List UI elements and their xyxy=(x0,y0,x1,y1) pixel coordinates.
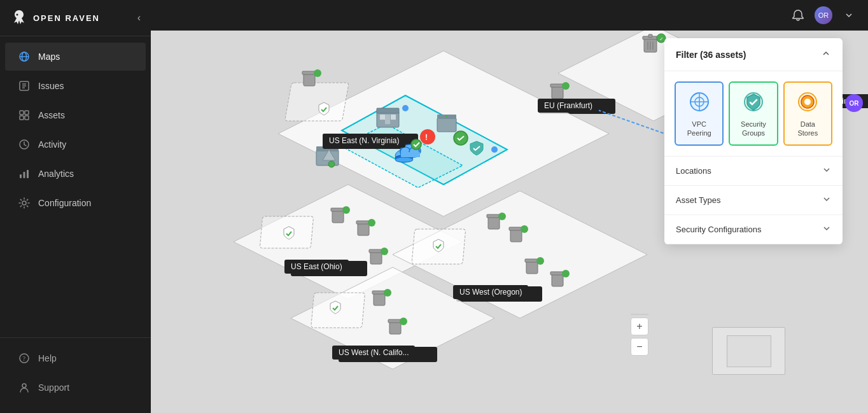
nav-bottom: ? Help Support xyxy=(0,337,151,413)
asset-types-row: VPCPeering SecurityGroups xyxy=(664,71,843,157)
svg-point-59 xyxy=(328,161,335,167)
sidebar-collapse-button[interactable]: ‹ xyxy=(137,12,141,24)
svg-point-50 xyxy=(395,157,413,162)
svg-rect-15 xyxy=(27,170,29,178)
region-label-us-west-oregon: US West (Oregon) xyxy=(453,285,528,299)
svg-rect-54 xyxy=(552,86,563,99)
activity-icon xyxy=(18,138,31,151)
filter-header: Filter (36 assets) xyxy=(664,38,843,71)
sidebar-item-analytics[interactable]: Analytics xyxy=(5,160,146,188)
region-label-us-west-california: US West (N. Califo... xyxy=(332,346,415,360)
sidebar-item-label-assets: Assets xyxy=(38,110,65,120)
support-icon xyxy=(18,381,31,394)
filter-section-security-configurations: Security Configurations xyxy=(664,215,843,244)
region-label-eu-frankfurt: EU (Frankfurt) xyxy=(538,99,599,113)
mini-map xyxy=(712,327,785,375)
svg-rect-11 xyxy=(25,116,29,120)
svg-point-61 xyxy=(491,146,498,153)
zoom-out-button[interactable]: − xyxy=(631,338,648,356)
sidebar-item-activity[interactable]: Activity xyxy=(5,130,146,158)
svg-rect-40 xyxy=(391,115,396,120)
sidebar-item-label-activity: Activity xyxy=(38,139,66,150)
svg-text:?: ? xyxy=(23,355,26,362)
user-menu-chevron-icon[interactable] xyxy=(840,6,858,24)
asset-type-label-security-groups: SecurityGroups xyxy=(741,120,766,138)
region-label-us-east-virginia: US East (N. Virginia) xyxy=(323,134,405,148)
svg-rect-10 xyxy=(20,116,24,120)
svg-point-42 xyxy=(420,129,435,144)
notification-bell-icon[interactable] xyxy=(789,6,807,24)
svg-rect-51 xyxy=(304,73,315,86)
zoom-controls: + − xyxy=(631,314,648,356)
svg-point-97 xyxy=(384,289,391,297)
svg-point-84 xyxy=(521,225,528,233)
region-label-us-east-ohio: US East (Ohio) xyxy=(284,260,349,274)
svg-rect-69 xyxy=(358,223,369,235)
svg-rect-98 xyxy=(389,321,401,334)
mini-map-viewport xyxy=(727,335,771,367)
zoom-in-button[interactable]: + xyxy=(631,318,648,335)
filter-section-title-security-configurations: Security Configurations xyxy=(676,225,761,234)
help-icon: ? xyxy=(18,352,31,365)
svg-rect-9 xyxy=(25,111,29,115)
svg-rect-38 xyxy=(377,108,399,113)
svg-rect-106 xyxy=(401,152,420,157)
filter-section-asset-types: Asset Types xyxy=(664,186,843,215)
sidebar-item-assets[interactable]: Assets xyxy=(5,101,146,129)
security-groups-icon xyxy=(741,89,766,115)
svg-point-90 xyxy=(562,270,570,277)
svg-rect-14 xyxy=(24,172,25,178)
notification-circle[interactable]: OR xyxy=(845,94,863,112)
svg-rect-85 xyxy=(526,261,538,274)
analytics-icon xyxy=(18,167,31,180)
filter-title: Filter (36 assets) xyxy=(676,50,746,60)
svg-rect-66 xyxy=(332,210,344,223)
zoom-separator xyxy=(631,314,648,315)
svg-rect-88 xyxy=(552,274,563,286)
filter-collapse-button[interactable] xyxy=(821,48,831,60)
sidebar-item-label-maps: Maps xyxy=(38,52,60,62)
asset-type-data-stores[interactable]: DataStores xyxy=(783,81,832,146)
user-avatar[interactable]: OR xyxy=(815,6,832,24)
svg-point-16 xyxy=(22,201,26,205)
map-area[interactable]: ✓ EU (Frankfurt) xyxy=(151,0,868,413)
filter-section-asset-types-header[interactable]: Asset Types xyxy=(664,186,843,214)
svg-point-46 xyxy=(445,115,448,118)
top-bar: OR xyxy=(151,0,868,31)
sidebar-item-label-support: Support xyxy=(38,382,69,393)
asset-type-vpc-peering[interactable]: VPCPeering xyxy=(675,81,724,146)
sidebar-item-configuration[interactable]: Configuration xyxy=(5,189,146,217)
sidebar-item-maps[interactable]: Maps xyxy=(5,43,146,71)
svg-text:✓: ✓ xyxy=(659,36,664,42)
security-configurations-chevron-icon xyxy=(822,224,831,235)
sidebar-item-label-help: Help xyxy=(38,353,57,363)
filter-section-security-configurations-header[interactable]: Security Configurations xyxy=(664,215,843,244)
logo-text: OPEN RAVEN xyxy=(33,13,100,23)
filter-section-title-asset-types: Asset Types xyxy=(676,195,721,205)
sidebar-item-label-configuration: Configuration xyxy=(38,198,91,208)
svg-point-68 xyxy=(342,206,350,214)
svg-point-0 xyxy=(17,14,18,16)
svg-point-115 xyxy=(804,99,811,105)
svg-point-107 xyxy=(411,139,421,150)
filter-section-locations-header[interactable]: Locations xyxy=(664,157,843,185)
sidebar-item-help[interactable]: ? Help xyxy=(5,344,146,372)
assets-icon xyxy=(18,109,31,122)
svg-rect-44 xyxy=(437,118,456,132)
svg-point-53 xyxy=(314,69,321,77)
sidebar-item-issues[interactable]: Issues xyxy=(5,72,146,100)
svg-rect-13 xyxy=(20,174,22,178)
svg-point-81 xyxy=(498,213,506,220)
svg-rect-36 xyxy=(285,83,349,121)
svg-rect-41 xyxy=(385,115,390,124)
sidebar-item-support[interactable]: Support xyxy=(5,374,146,402)
svg-point-74 xyxy=(381,248,388,255)
asset-type-security-groups[interactable]: SecurityGroups xyxy=(729,81,778,146)
sidebar-item-label-issues: Issues xyxy=(38,81,64,91)
svg-point-87 xyxy=(536,257,544,265)
svg-rect-39 xyxy=(380,115,385,120)
nav-items: Maps Issues xyxy=(0,36,151,337)
vpc-peering-icon xyxy=(687,89,712,115)
issues-icon xyxy=(18,80,31,92)
svg-point-56 xyxy=(562,82,570,90)
